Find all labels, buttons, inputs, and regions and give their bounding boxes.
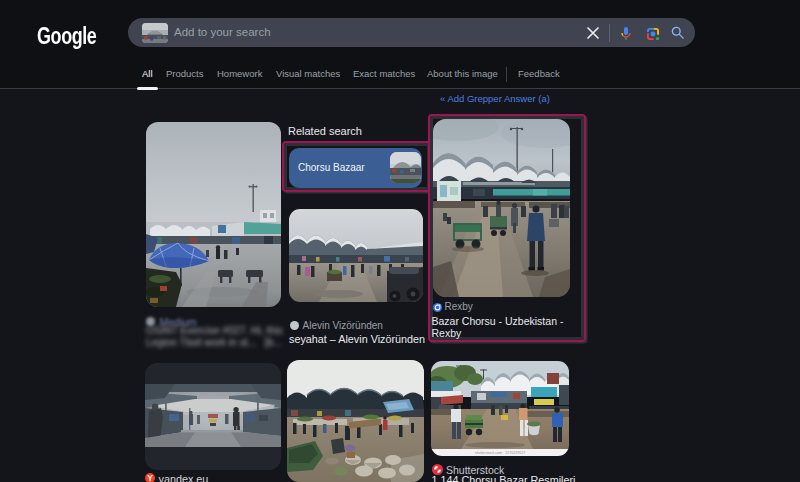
svg-text:shutterstock.com · 2170229517: shutterstock.com · 2170229517 [475, 451, 525, 455]
